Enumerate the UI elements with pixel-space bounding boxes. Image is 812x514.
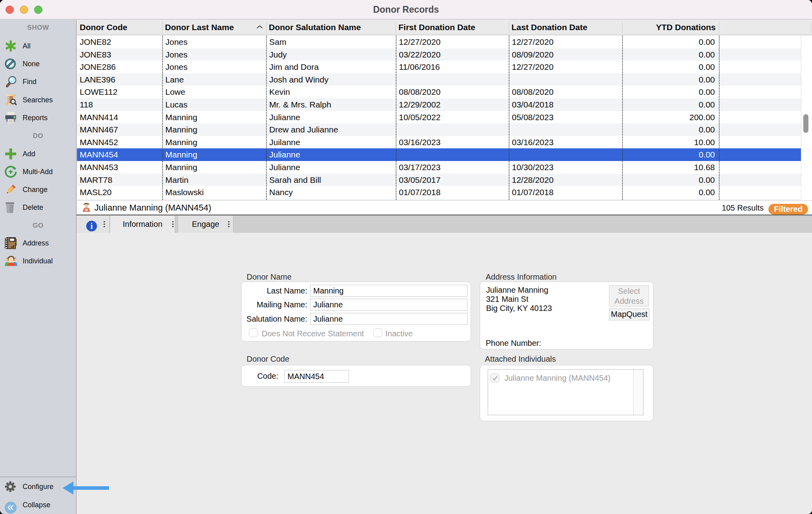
svg-text:i: i — [90, 222, 93, 230]
